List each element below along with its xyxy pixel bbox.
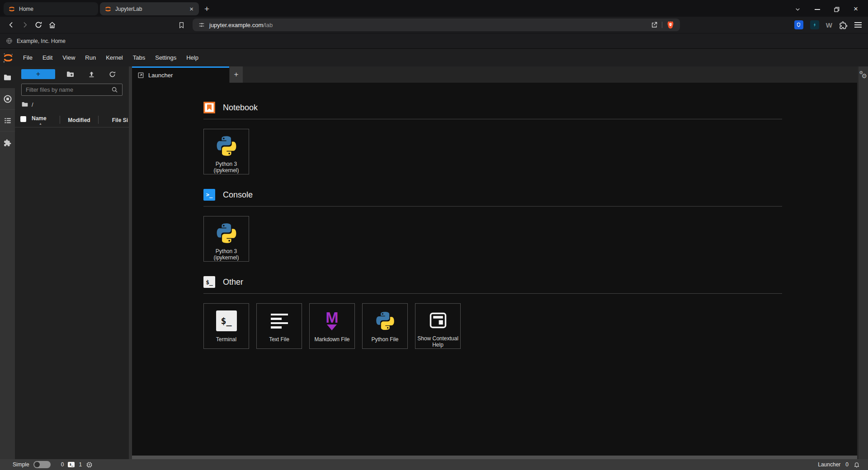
tune-icon[interactable] <box>198 21 205 28</box>
column-header-modified[interactable]: Modified <box>60 115 98 123</box>
address-bar[interactable]: jupyter.example.com/lab <box>193 19 680 31</box>
breadcrumb[interactable]: / <box>15 96 129 109</box>
forward-button[interactable] <box>18 21 32 28</box>
bookmark-icon[interactable] <box>175 22 188 28</box>
puzzle-extension-icon[interactable] <box>839 21 848 29</box>
tab-label: JupyterLab <box>115 6 185 12</box>
card-label: Show Contextual Help <box>415 335 460 348</box>
column-header-file-size[interactable]: File Si <box>99 115 129 123</box>
launcher-card-text-file[interactable]: Text File <box>256 303 302 349</box>
minimize-icon[interactable] <box>815 9 820 10</box>
browser-tab-jupyterlab[interactable]: JupyterLab × <box>100 2 199 15</box>
notifications-count: 0 <box>845 461 849 468</box>
url-text[interactable]: jupyter.example.com/lab <box>209 22 273 28</box>
main-tab-bar: Launcher + <box>132 66 857 83</box>
terminals-count: 0 <box>61 461 64 468</box>
hamburger-menu-icon[interactable] <box>854 22 862 28</box>
card-label: Python File <box>370 336 400 343</box>
running-sessions-icon <box>3 94 12 103</box>
terminal-icon[interactable]: $_ <box>68 462 75 467</box>
upload-icon[interactable] <box>88 70 95 78</box>
jupyter-favicon <box>104 5 112 13</box>
restore-icon[interactable] <box>834 7 840 12</box>
sidebar-item-table-of-contents[interactable] <box>0 110 15 132</box>
folder-icon[interactable] <box>21 101 28 108</box>
browser-tab-home[interactable]: Home <box>4 2 98 15</box>
sidebar-item-running-sessions[interactable] <box>0 88 15 110</box>
breadcrumb-root[interactable]: / <box>32 101 33 108</box>
bell-icon[interactable] <box>854 461 860 468</box>
back-button[interactable] <box>5 21 18 28</box>
menu-view[interactable]: View <box>57 54 80 61</box>
home-button[interactable] <box>45 21 59 29</box>
sidebar-item-file-browser[interactable] <box>0 66 15 88</box>
python-logo <box>215 221 238 246</box>
jupyterlab-menubar: File Edit View Run Kernel Tabs Settings … <box>0 48 868 66</box>
simple-mode-toggle[interactable] <box>33 461 51 468</box>
wayback-extension-icon[interactable]: W <box>826 21 832 29</box>
menu-edit[interactable]: Edit <box>38 54 57 61</box>
sidebar-item-extension-manager[interactable] <box>0 132 15 153</box>
jupyter-favicon <box>8 5 15 13</box>
horizontal-scrollbar[interactable] <box>132 456 857 459</box>
share-icon[interactable] <box>651 21 658 28</box>
card-label: Markdown File <box>313 336 351 343</box>
filter-files-input[interactable] <box>21 84 123 96</box>
text-file-icon <box>271 312 288 329</box>
property-inspector-gears-icon[interactable]: ⚙⚙ <box>859 71 868 80</box>
close-window-icon[interactable]: × <box>854 7 858 11</box>
tab-search-chevron-icon[interactable] <box>795 6 801 12</box>
search-input[interactable] <box>26 87 111 93</box>
kernel-chip-icon[interactable] <box>86 461 93 468</box>
section-divider <box>203 293 782 294</box>
launcher-panel: Notebook Python 3(ipykernel) <box>132 83 857 456</box>
simple-mode-label: Simple <box>13 461 29 468</box>
reload-button[interactable] <box>32 21 45 29</box>
terminal-icon: $_ <box>216 310 237 331</box>
launcher-card-notebook-python3[interactable]: Python 3(ipykernel) <box>203 129 249 174</box>
section-title: Other <box>223 277 243 287</box>
url-path: /lab <box>263 22 273 28</box>
bookmark-item[interactable]: Example, Inc. Home <box>17 38 66 44</box>
add-tab-button[interactable]: + <box>230 66 243 83</box>
card-label: Python 3(ipykernel) <box>212 248 240 261</box>
column-header-name[interactable]: Name ▲ <box>32 115 60 125</box>
launcher-section-other: $_ Other $_ Terminal Text File <box>203 276 782 349</box>
menu-kernel[interactable]: Kernel <box>101 54 128 61</box>
browser-tab-strip: Home JupyterLab × + × <box>0 0 868 17</box>
left-activity-bar <box>0 66 15 459</box>
new-folder-icon[interactable] <box>66 70 75 79</box>
contextual-help-icon <box>428 308 448 333</box>
menu-help[interactable]: Help <box>181 54 203 61</box>
tab-launcher[interactable]: Launcher <box>132 66 229 83</box>
password-shield-extension-icon[interactable] <box>794 20 803 29</box>
refresh-icon[interactable] <box>108 70 116 78</box>
file-browser-folder-icon <box>3 73 12 82</box>
menu-tabs[interactable]: Tabs <box>128 54 150 61</box>
window-controls: × <box>795 6 865 17</box>
menu-file[interactable]: File <box>18 54 38 61</box>
tab-label: Launcher <box>148 72 173 79</box>
menu-run[interactable]: Run <box>80 54 101 61</box>
launcher-card-terminal[interactable]: $_ Terminal <box>203 303 249 349</box>
launcher-card-markdown-file[interactable]: M Markdown File <box>309 303 355 349</box>
select-all-checkbox[interactable] <box>20 116 26 122</box>
file-list-empty[interactable] <box>15 127 129 459</box>
kernels-count: 1 <box>79 461 82 468</box>
brave-shield-icon[interactable] <box>666 21 675 29</box>
launcher-card-python-file[interactable]: Python File <box>362 303 408 349</box>
lightning-extension-icon[interactable] <box>810 20 819 29</box>
current-activity-label[interactable]: Launcher <box>818 461 840 468</box>
card-label: Terminal <box>215 336 238 343</box>
sort-ascending-icon: ▲ <box>39 122 60 125</box>
menu-settings[interactable]: Settings <box>150 54 181 61</box>
launcher-card-console-python3[interactable]: Python 3(ipykernel) <box>203 216 249 262</box>
launcher-section-console: >_ Console Python 3(ipykernel) <box>203 189 782 262</box>
launcher-card-show-contextual-help[interactable]: Show Contextual Help <box>415 303 461 349</box>
extension-icons: W <box>794 20 863 29</box>
new-launcher-button[interactable]: + <box>21 69 55 79</box>
new-tab-button[interactable]: + <box>204 5 209 13</box>
close-icon[interactable]: × <box>189 5 194 12</box>
section-divider <box>203 206 782 207</box>
section-divider <box>203 119 782 119</box>
